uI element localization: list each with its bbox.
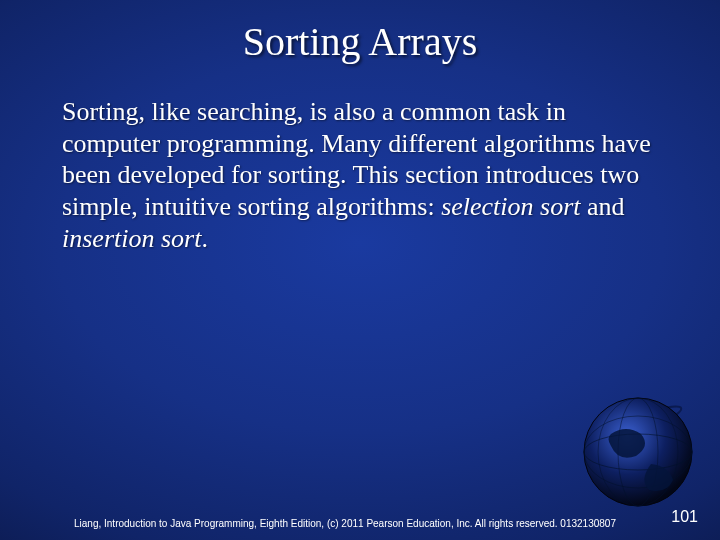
globe-icon [556,364,706,514]
page-number: 101 [671,508,698,526]
slide-footer: Liang, Introduction to Java Programming,… [60,518,630,531]
body-text-mid: and [581,192,625,221]
svg-point-4 [618,398,658,506]
body-em-insertion-sort: insertion sort [62,224,201,253]
slide-title: Sorting Arrays [0,18,720,65]
slide: Sorting Arrays Sorting, like searching, … [0,0,720,540]
body-em-selection-sort: selection sort [441,192,580,221]
svg-point-2 [584,434,692,470]
svg-point-1 [584,398,692,506]
svg-point-3 [584,416,692,488]
body-text-tail: . [201,224,208,253]
svg-point-0 [592,401,684,448]
slide-body: Sorting, like searching, is also a commo… [62,96,658,255]
svg-point-5 [598,398,678,506]
